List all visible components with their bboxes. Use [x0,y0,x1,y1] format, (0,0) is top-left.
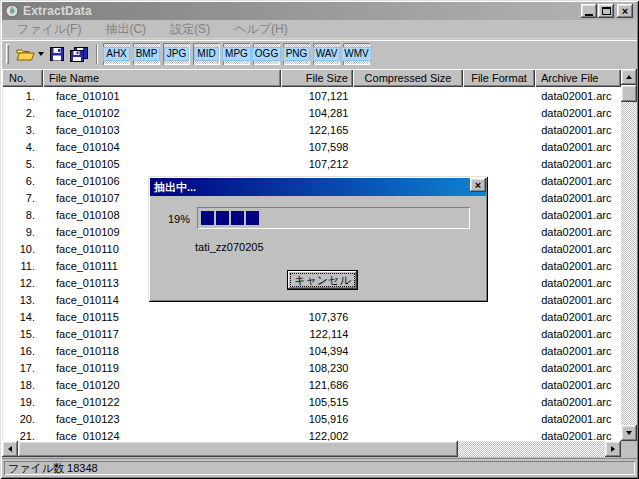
vertical-scrollbar[interactable] [621,69,637,441]
table-cell: 20. [3,413,44,425]
column-header-1[interactable]: File Name [43,69,281,87]
table-cell: 121,686 [282,379,354,391]
progress-segment [231,211,244,225]
open-archive-button[interactable] [13,43,47,65]
table-cell: face_010101 [44,90,282,102]
table-row[interactable]: 17.face_010119108,230data02001.arc [3,359,621,376]
table-row[interactable]: 1.face_010101107,121data02001.arc [3,87,621,104]
format-toggle-label: PNG [283,47,311,61]
table-cell: data02001.arc [535,345,621,357]
table-cell: data02001.arc [535,311,621,323]
table-cell: 104,281 [282,107,354,119]
table-cell: 13. [3,294,44,306]
table-cell: 122,002 [282,430,354,442]
table-cell: 108,230 [282,362,354,374]
table-row[interactable]: 3.face_010103122,165data02001.arc [3,121,621,138]
table-cell: data02001.arc [535,294,621,306]
table-cell: 107,376 [282,311,354,323]
table-row[interactable]: 19.face_010122105,515data02001.arc [3,393,621,410]
save-button[interactable] [47,43,67,65]
progress-segment [216,211,229,225]
table-cell: 1. [3,90,44,102]
close-button[interactable]: × [617,4,633,18]
column-header-3[interactable]: Compressed Size [353,69,463,87]
menu-item-3[interactable]: 設定(S) [163,19,217,40]
table-cell: 105,515 [282,396,354,408]
horizontal-scroll-thumb[interactable] [18,441,458,457]
format-toggle-ahx[interactable]: AHX [103,43,130,65]
table-cell: data02001.arc [535,328,621,340]
table-row[interactable]: 16.face_010118104,394data02001.arc [3,342,621,359]
format-toggle-label: BMP [133,47,161,61]
scroll-left-button[interactable] [2,441,18,457]
menu-item-1[interactable]: ファイル(F) [10,19,88,40]
table-cell: 5. [3,158,44,170]
table-cell: 6. [3,175,44,187]
table-row[interactable]: 21.face_010124122,002data02001.arc [3,427,621,441]
column-header-2[interactable]: File Size [281,69,353,87]
format-toggle-mpg[interactable]: MPG [223,43,250,65]
column-header-0[interactable]: No. [2,69,43,87]
save-floppy-icon [50,47,64,61]
format-toggle-jpg[interactable]: JPG [163,43,190,65]
format-toggle-group: AHXBMPJPGMIDMPGOGGPNGWAVWMV [103,43,373,65]
table-row[interactable]: 5.face_010105107,212data02001.arc [3,155,621,172]
toolbar-gripper[interactable] [6,44,9,64]
save-all-button[interactable] [67,43,91,65]
table-cell: data02001.arc [535,124,621,136]
table-cell: face_010104 [44,141,282,153]
table-cell: data02001.arc [535,107,621,119]
maximize-button[interactable] [598,4,614,18]
table-cell: face_010118 [44,345,282,357]
horizontal-scroll-track[interactable] [458,441,605,457]
progress-percent: 19% [168,213,190,225]
save-all-icon [70,47,88,62]
table-row[interactable]: 15.face_010117122,114data02001.arc [3,325,621,342]
column-header-4[interactable]: File Format [463,69,535,87]
table-cell: data02001.arc [535,260,621,272]
format-toggle-mid[interactable]: MID [193,43,220,65]
dialog-title-bar[interactable]: 抽出中... [150,178,486,196]
table-cell: face_010122 [44,396,282,408]
cancel-button[interactable]: キャンセル [287,270,358,290]
table-cell: face_010124 [44,430,282,442]
table-cell: data02001.arc [535,175,621,187]
table-row[interactable]: 18.face_010120121,686data02001.arc [3,376,621,393]
scroll-up-button[interactable] [621,69,637,85]
chevron-down-icon [38,52,44,56]
table-row[interactable]: 4.face_010104107,598data02001.arc [3,138,621,155]
format-toggle-ogg[interactable]: OGG [253,43,280,65]
format-toggle-wav[interactable]: WAV [313,43,340,65]
scroll-down-button[interactable] [621,425,637,441]
horizontal-scrollbar[interactable] [2,441,621,457]
status-bar: ファイル数 18348 [2,458,637,477]
format-toggle-png[interactable]: PNG [283,43,310,65]
menu-bar: ファイル(F)抽出(C)設定(S)ヘルプ(H) [2,20,637,39]
toolbar: AHXBMPJPGMIDMPGOGGPNGWAVWMV [2,40,637,67]
menu-item-2[interactable]: 抽出(C) [98,19,153,40]
table-cell: 15. [3,328,44,340]
table-cell: 16. [3,345,44,357]
table-cell: data02001.arc [535,379,621,391]
dialog-close-button[interactable]: × [470,178,486,192]
format-toggle-wmv[interactable]: WMV [343,43,370,65]
table-cell: face_010115 [44,311,282,323]
progress-bar [197,207,470,229]
table-row[interactable]: 20.face_010123105,916data02001.arc [3,410,621,427]
title-bar[interactable]: ExtractData × [2,2,637,20]
table-cell: data02001.arc [535,243,621,255]
table-cell: 105,916 [282,413,354,425]
table-row[interactable]: 2.face_010102104,281data02001.arc [3,104,621,121]
table-cell: data02001.arc [535,362,621,374]
format-toggle-label: MPG [222,47,251,61]
vertical-scroll-thumb[interactable] [621,85,637,102]
app-icon [5,4,19,18]
scroll-right-button[interactable] [605,441,621,457]
menu-item-4[interactable]: ヘルプ(H) [227,19,295,40]
format-toggle-bmp[interactable]: BMP [133,43,160,65]
column-header-5[interactable]: Archive File [535,69,621,87]
table-row[interactable]: 14.face_010115107,376data02001.arc [3,308,621,325]
minimize-button[interactable] [581,4,597,18]
table-cell: data02001.arc [535,396,621,408]
vertical-scroll-track[interactable] [621,85,637,425]
